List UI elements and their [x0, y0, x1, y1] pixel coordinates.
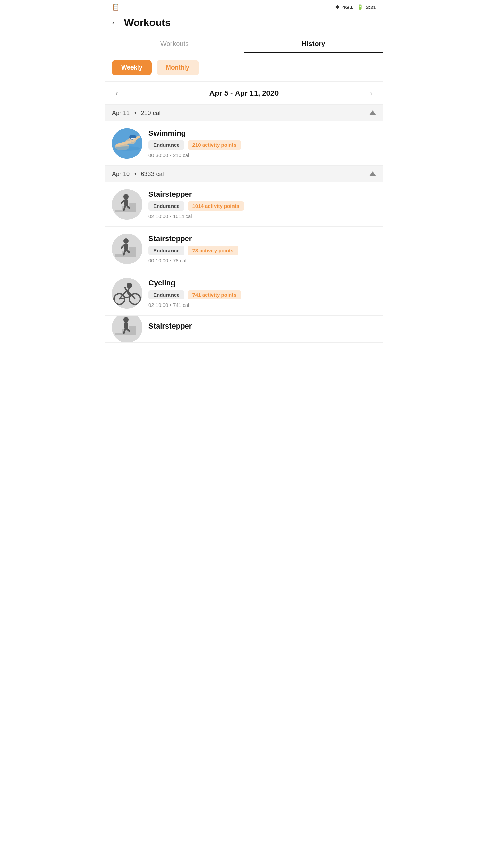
svg-rect-45 [124, 322, 128, 329]
workout-info-cycling: Cycling Endurance 741 activity points 02… [148, 279, 376, 308]
caret-up-icon [369, 110, 376, 115]
workout-item-cycling: Cycling Endurance 741 activity points 02… [105, 271, 383, 316]
workout-avatar-swimming [112, 128, 142, 159]
svg-rect-11 [115, 210, 122, 212]
monthly-filter-button[interactable]: Monthly [157, 60, 199, 75]
collapse-apr11-button[interactable] [369, 110, 376, 116]
workout-avatar-stairstepper3 [112, 316, 142, 343]
caret-up-icon-2 [369, 171, 376, 176]
workout-avatar-stairstepper2 [112, 234, 142, 264]
network-indicator: 4G▲ [342, 4, 354, 10]
day-label-apr11: Apr 11 • 210 cal [112, 110, 160, 117]
tag-endurance-3: Endurance [148, 290, 184, 299]
day-section-apr10[interactable]: Apr 10 • 6333 cal [105, 166, 383, 182]
bluetooth-icon: ∗ [335, 4, 340, 10]
tag-endurance-2: Endurance [148, 246, 184, 255]
workout-meta-cycling: 02:10:00 • 741 cal [148, 302, 376, 308]
workout-name-stairstepper1: Stairstepper [148, 190, 376, 199]
workout-tags-stairstepper2: Endurance 78 activity points [148, 246, 376, 255]
collapse-apr10-button[interactable] [369, 171, 376, 177]
workout-item-stairstepper1: Stairstepper Endurance 1014 activity poi… [105, 182, 383, 227]
workout-avatar-stairstepper1 [112, 189, 142, 220]
prev-date-button[interactable]: ‹ [112, 86, 122, 100]
workout-name-stairstepper3: Stairstepper [148, 322, 376, 331]
status-bar: 📋 ∗ 4G▲ 🔋 3:21 [105, 0, 383, 13]
svg-point-37 [127, 283, 132, 288]
weekly-filter-button[interactable]: Weekly [112, 60, 152, 75]
day-label-apr10: Apr 10 • 6333 cal [112, 171, 164, 178]
workout-item-stairstepper2: Stairstepper Endurance 78 activity point… [105, 227, 383, 271]
tag-points-cycling: 741 activity points [188, 290, 241, 299]
next-date-button[interactable]: › [366, 86, 376, 100]
stair-avatar-illustration-3 [112, 316, 142, 343]
status-icon: 📋 [112, 3, 119, 11]
svg-point-44 [123, 317, 129, 322]
workout-avatar-cycling [112, 278, 142, 309]
page-title: Workouts [124, 17, 171, 28]
workout-tags-cycling: Endurance 741 activity points [148, 290, 376, 299]
clock: 3:21 [366, 4, 376, 10]
svg-rect-41 [115, 333, 122, 335]
back-button[interactable]: ← [110, 18, 119, 27]
svg-point-5 [131, 138, 133, 140]
tag-points-stairstepper1: 1014 activity points [188, 201, 244, 211]
date-navigator: ‹ Apr 5 - Apr 11, 2020 › [105, 81, 383, 105]
battery-icon: 🔋 [357, 4, 363, 10]
tag-points-stairstepper2: 78 activity points [188, 246, 239, 255]
stair-avatar-illustration-1 [112, 189, 142, 220]
workout-name-swimming: Swimming [148, 129, 376, 138]
workout-tags-stairstepper1: Endurance 1014 activity points [148, 201, 376, 211]
page-header: ← Workouts [105, 13, 383, 34]
workout-meta-stairstepper1: 02:10:00 • 1014 cal [148, 213, 376, 219]
workout-info-stairstepper1: Stairstepper Endurance 1014 activity poi… [148, 190, 376, 219]
workout-item-swimming: Swimming Endurance 210 activity points 0… [105, 121, 383, 166]
filter-bar: Weekly Monthly [105, 53, 383, 81]
workout-name-stairstepper2: Stairstepper [148, 234, 376, 243]
stair-avatar-illustration-2 [112, 234, 142, 264]
workout-name-cycling: Cycling [148, 279, 376, 288]
workout-item-stairstepper3: Stairstepper [105, 316, 383, 343]
swim-avatar-illustration [112, 128, 142, 159]
day-section-apr11[interactable]: Apr 11 • 210 cal [105, 105, 383, 121]
svg-point-23 [123, 238, 129, 244]
workout-info-stairstepper3: Stairstepper [148, 322, 376, 333]
tag-endurance: Endurance [148, 140, 184, 150]
svg-rect-20 [115, 254, 122, 257]
svg-point-14 [123, 194, 129, 199]
tab-workouts[interactable]: Workouts [105, 34, 244, 53]
tag-points-swimming: 210 activity points [188, 140, 241, 150]
workout-info-swimming: Swimming Endurance 210 activity points 0… [148, 129, 376, 158]
date-range-label: Apr 5 - Apr 11, 2020 [209, 89, 279, 98]
workout-meta-swimming: 00:30:00 • 210 cal [148, 152, 376, 158]
tab-history[interactable]: History [244, 34, 383, 53]
workout-meta-stairstepper2: 00:10:00 • 78 cal [148, 258, 376, 263]
svg-point-9 [114, 146, 140, 151]
tag-endurance-1: Endurance [148, 201, 184, 211]
workout-info-stairstepper2: Stairstepper Endurance 78 activity point… [148, 234, 376, 263]
cycle-avatar-illustration [112, 278, 142, 309]
tab-bar: Workouts History [105, 34, 383, 53]
workout-tags-swimming: Endurance 210 activity points [148, 140, 376, 150]
status-indicators: ∗ 4G▲ 🔋 3:21 [335, 4, 376, 10]
